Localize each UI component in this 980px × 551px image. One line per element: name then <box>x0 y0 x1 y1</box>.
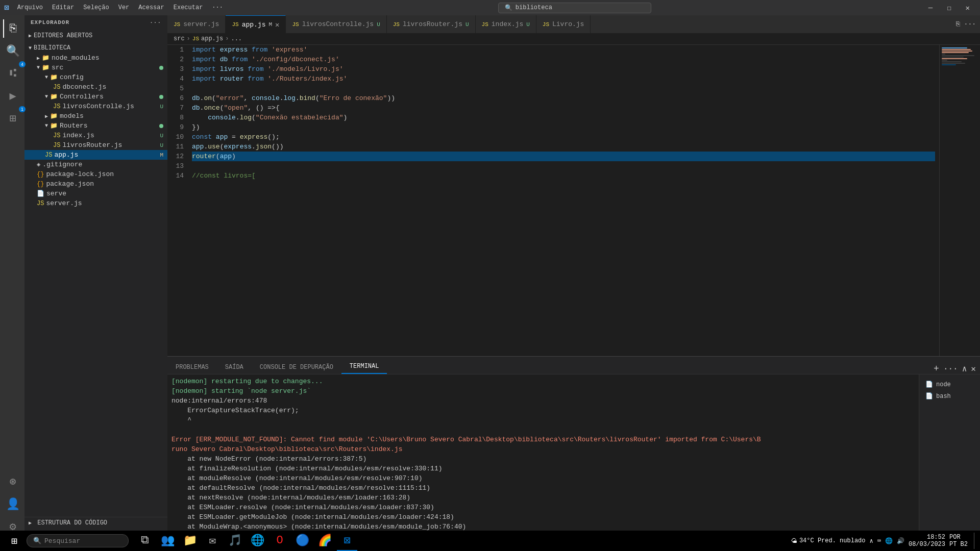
account-activity-icon[interactable]: 👤 <box>3 495 21 513</box>
livros-router-tab-label: livrosRouter.js <box>403 20 462 28</box>
tree-serve[interactable]: 📄 serve <box>24 189 167 198</box>
structure-section[interactable]: ▶ ESTRUTURA DO CÓDIGO <box>24 517 167 529</box>
more-terminal-icon[interactable]: ··· <box>943 364 958 373</box>
terminal-node[interactable]: 📄 node <box>921 379 978 390</box>
menu-editar[interactable]: Editar <box>48 3 78 12</box>
taskbar-weather[interactable]: 🌤 34°C Pred. nublado <box>791 537 866 545</box>
taskbar-chrome[interactable]: 🌈 <box>314 531 335 551</box>
tab-livros-router[interactable]: JS livrosRouter.js U <box>387 15 476 33</box>
tab-livros-controlle[interactable]: JS livrosControlle.js U <box>286 15 386 33</box>
taskbar-opera[interactable]: O <box>270 531 290 551</box>
terminal-body[interactable]: [nodemon] restarting due to changes... [… <box>167 374 919 540</box>
code-line-3: import livros from './models/Livro.js' <box>192 64 935 74</box>
taskbar-clock[interactable]: 18:52 08/03/2023 <box>909 534 945 548</box>
breadcrumb-dots[interactable]: ... <box>231 35 242 42</box>
taskbar-search[interactable]: 🔍 Pesquisar <box>27 534 129 547</box>
close-button[interactable]: ✕ <box>960 2 976 14</box>
search-box[interactable]: 🔍 biblioteca <box>498 3 651 13</box>
taskbar-mail[interactable]: ✉ <box>202 531 223 551</box>
node-modules-label: node_modules <box>52 54 100 62</box>
breadcrumb-appjs[interactable]: app.js <box>201 35 223 42</box>
models-label: models <box>60 112 84 120</box>
code-line-13 <box>192 161 935 171</box>
mini-line <box>942 47 967 48</box>
mini-line <box>942 63 965 64</box>
tree-routers[interactable]: ▼ 📁 Routers <box>24 121 167 131</box>
taskbar-task-view[interactable]: ⧉ <box>135 531 155 551</box>
search-activity-icon[interactable]: 🔍 <box>3 42 21 60</box>
tree-gitignore[interactable]: ◈ .gitignore <box>24 160 167 169</box>
remote-activity-icon[interactable]: ⊛ <box>3 472 21 491</box>
breadcrumb-src[interactable]: src <box>174 35 185 42</box>
more-actions-icon[interactable]: ··· <box>964 20 976 28</box>
tree-controllers[interactable]: ▼ 📁 Controllers <box>24 92 167 102</box>
tab-livro-js[interactable]: JS Livro.js <box>536 15 591 33</box>
taskbar-vscode[interactable]: ⊠ <box>337 531 357 551</box>
volume-icon[interactable]: 🔊 <box>897 537 904 545</box>
tree-livros-controlle[interactable]: JS livrosControlle.js U <box>24 102 167 111</box>
tree-src[interactable]: ▼ 📁 src <box>24 63 167 72</box>
sidebar-more-icon[interactable]: ··· <box>150 19 161 26</box>
tree-app-js[interactable]: JS app.js M <box>24 150 167 160</box>
taskbar-unknown1[interactable]: 🔵 <box>292 531 312 551</box>
keyboard-icon[interactable]: ⌨ <box>877 537 881 545</box>
menu-ver[interactable]: Ver <box>114 3 134 12</box>
code-line-7: db.once("open", () =>{ <box>192 103 935 113</box>
tab-index-js[interactable]: JS index.js U <box>476 15 536 33</box>
minimize-button[interactable]: — <box>922 2 939 14</box>
app-js-badge: M <box>160 152 163 158</box>
source-control-activity-icon[interactable]: ⑆ 4 <box>3 64 21 83</box>
taskbar-people[interactable]: 👥 <box>157 531 178 551</box>
terminal-error-line: Error [ERR_MODULE_NOT_FOUND]: Cannot fin… <box>172 435 915 444</box>
livros-controlle-tab-icon: JS <box>292 21 299 28</box>
breadcrumb: src › JS app.js › ... <box>167 33 980 45</box>
panel-tab-terminal[interactable]: TERMINAL <box>341 360 387 374</box>
taskbar-lang[interactable]: POR PT B2 <box>949 534 968 548</box>
tab-app-js[interactable]: JS app.js M ✕ <box>226 15 286 33</box>
maximize-button[interactable]: ☐ <box>941 2 957 14</box>
tab-server-js[interactable]: JS server.js <box>167 15 226 33</box>
weather-text: 34°C Pred. nublado <box>799 537 866 544</box>
run-activity-icon[interactable]: ▶ <box>3 87 21 105</box>
split-editor-icon[interactable]: ⎘ <box>956 20 960 28</box>
project-header[interactable]: ▼ BIBLIOTECA <box>24 43 167 53</box>
taskbar-file-explorer[interactable]: 📁 <box>180 531 200 551</box>
minimize-panel-icon[interactable]: ∧ <box>962 364 967 374</box>
show-desktop-button[interactable] <box>974 533 976 549</box>
app-js-close-button[interactable]: ✕ <box>275 20 279 29</box>
terminal-bash[interactable]: 📄 bash <box>921 390 978 402</box>
menu-acessar[interactable]: Acessar <box>134 3 168 12</box>
tree-config[interactable]: ▼ 📁 config <box>24 72 167 82</box>
network-icon[interactable]: 🌐 <box>885 537 893 545</box>
menu-executar[interactable]: Executar <box>169 3 207 12</box>
tree-models[interactable]: ▶ 📁 models <box>24 111 167 121</box>
package-json-icon: {} <box>37 181 44 188</box>
tree-dbconect[interactable]: JS dbconect.js <box>24 82 167 92</box>
livros-router-unsaved-indicator: U <box>465 21 469 28</box>
terminal-line <box>172 425 915 435</box>
tree-server-js[interactable]: JS server.js <box>24 198 167 208</box>
menu-selecao[interactable]: Seleção <box>79 3 113 12</box>
menu-more[interactable]: ··· <box>208 3 227 12</box>
extensions-activity-icon[interactable]: ⊞ 1 <box>3 109 21 128</box>
tree-package-json[interactable]: {} package.json <box>24 179 167 189</box>
menu-arquivo[interactable]: Arquivo <box>13 3 47 12</box>
tree-package-lock[interactable]: {} package-lock.json <box>24 169 167 179</box>
explorer-activity-icon[interactable]: ⎘ <box>3 19 21 38</box>
panel-tab-problems[interactable]: PROBLEMAS <box>167 361 217 374</box>
tree-livros-router[interactable]: JS livrosRouter.js U <box>24 140 167 150</box>
close-panel-icon[interactable]: ✕ <box>971 364 976 374</box>
tree-node-modules[interactable]: ▶ 📁 node_modules <box>24 53 167 63</box>
tree-index-js[interactable]: JS index.js U <box>24 131 167 140</box>
panel-tab-debug-console[interactable]: CONSOLE DE DEPURAÇÃO <box>252 361 341 374</box>
taskbar-media[interactable]: 🎵 <box>225 531 245 551</box>
code-content[interactable]: import express from 'express' import db … <box>188 45 939 356</box>
taskbar-edge[interactable]: 🌐 <box>247 531 267 551</box>
start-button[interactable]: ⊞ <box>4 531 24 551</box>
panel-tab-output[interactable]: SAÍDA <box>217 361 252 374</box>
open-editors-header[interactable]: ▶ EDITORES ABERTOS <box>24 31 167 41</box>
livros-controlle-label: livrosControlle.js <box>62 103 134 110</box>
system-tray-icon[interactable]: ∧ <box>870 537 873 545</box>
code-editor[interactable]: 12345 678910 11121314 import express fro… <box>167 45 980 356</box>
add-terminal-icon[interactable]: + <box>934 364 939 374</box>
